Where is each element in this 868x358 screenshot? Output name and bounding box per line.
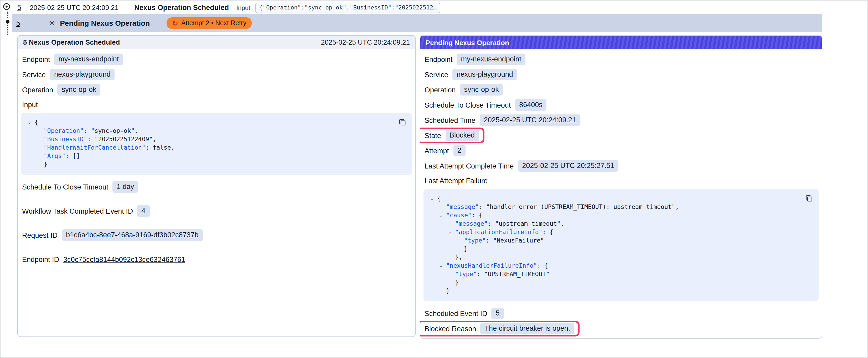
fields-group: Schedule To Close Timeout1 dayWorkflow T… (21, 181, 412, 265)
field-row-workflow-task-completed-event-id: Workflow Task Completed Event ID4 (21, 205, 151, 217)
field-row-last-attempt-complete-time: Last Attempt Complete Time2025-02-25 UTC… (424, 160, 619, 172)
field-row-state: StateBlocked (424, 130, 480, 141)
field-row-endpoint: Endpointmy-nexus-endpoint (21, 54, 124, 65)
field-label: Attempt (425, 147, 449, 155)
field-label: Operation (22, 86, 53, 94)
field-label: Endpoint (22, 55, 50, 63)
scheduled-event-panel: 5 Nexus Operation Scheduled 2025-02-25 U… (17, 35, 415, 337)
field-row-service: Servicenexus-playground (21, 69, 116, 80)
field-row-service: Servicenexus-playground (424, 69, 518, 80)
code-line: "message": "handler error (UPSTREAM_TIME… (430, 203, 800, 211)
retry-icon: ↻ (172, 20, 178, 27)
collapse-chevron-icon[interactable]: ⌄ (439, 262, 443, 269)
field-label: State (425, 131, 441, 139)
collapse-chevron-icon[interactable]: ⌄ (430, 195, 434, 202)
failure-json-viewer: ⌄{"message": "handler error (UPSTREAM_TI… (424, 189, 818, 301)
code-line: ⌄"nexusHandlerFailureInfo": { (430, 261, 800, 270)
copy-icon[interactable] (804, 193, 814, 203)
field-label: Endpoint (425, 55, 453, 63)
field-label: Endpoint ID (22, 255, 59, 263)
pending-panel-header: Pending Nexus Operation (420, 36, 822, 50)
field-row-schedule-to-close-timeout: Schedule To Close Timeout1 day (21, 181, 139, 193)
field-label: Request ID (22, 231, 58, 239)
field-value-badge: 2025-02-25 UTC 20:25:27.51 (518, 160, 618, 172)
event-id-link[interactable]: 5 (17, 4, 21, 11)
field-row-request-id: Request IDb1c6a4bc-8ee7-468a-9169-df3b02… (21, 229, 204, 241)
field-row-schedule-to-close-timeout: Schedule To Close Timeout86400s (424, 99, 548, 111)
code-line: "Args": [] (27, 152, 393, 160)
field-label: Blocked Reason (425, 325, 476, 332)
field-value-badge: Blocked (445, 130, 479, 141)
code-line: "HandlerWaitForCancellation": false, (27, 143, 393, 152)
code-line: } (27, 160, 393, 168)
event-title: Nexus Operation Scheduled (134, 4, 229, 11)
field-value-badge: my-nexus-endpoint (54, 54, 123, 65)
field-row-scheduled-time: Scheduled Time2025-02-25 UTC 20:24:09.21 (424, 115, 581, 126)
field-value-badge: 5 (492, 307, 504, 319)
code-line: ⌄{ (27, 118, 393, 127)
attempt-retry-badge: ↻ Attempt 2 • Next Retry (166, 17, 251, 29)
field-value-badge: 4 (137, 205, 150, 217)
field-label: Last Attempt Complete Time (425, 162, 514, 170)
field-row-scheduled-event-id: Scheduled Event ID5 (424, 307, 505, 319)
timeline-gutter (3, 3, 13, 39)
input-json-viewer: ⌄{"Operation": "sync-op-ok","BusinessID"… (21, 113, 412, 175)
field-row-operation: Operationsync-op-ok (21, 84, 102, 96)
field-label: Service (22, 71, 46, 78)
field-value-badge: 1 day (113, 181, 138, 193)
panel-timestamp: 2025-02-25 UTC 20:24:09.21 (321, 38, 410, 46)
fields-group: Scheduled Event ID5Blocked ReasonThe cir… (424, 307, 818, 334)
field-value-badge: 86400s (515, 99, 547, 111)
field-value-badge: 2 (453, 145, 466, 156)
code-line: ⌄"applicationFailureInfo": { (430, 228, 800, 236)
timeline-connector (7, 11, 8, 19)
pending-operation-title: Pending Nexus Operation (60, 19, 150, 27)
field-row-operation: Operationsync-op-ok (424, 84, 504, 96)
pending-nexus-operation-row[interactable]: 5 ✳ Pending Nexus Operation ↻ Attempt 2 … (12, 14, 822, 32)
field-row-endpoint-id: Endpoint ID3c0c75ccfa8144b092c13ce632463… (21, 254, 186, 265)
event-detail-panels: 5 Nexus Operation Scheduled 2025-02-25 U… (17, 35, 822, 338)
fields-group: Endpointmy-nexus-endpointServicenexus-pl… (21, 54, 412, 96)
code-line: "BusinessID": "20250225122409", (27, 135, 393, 143)
field-value-link[interactable]: 3c0c75ccfa8144b092c13ce632463761 (63, 255, 185, 263)
collapse-chevron-icon[interactable]: ⌄ (27, 119, 32, 126)
code-line: } (430, 287, 800, 295)
workflow-event-history-view: 5 2025-02-25 UTC 20:24:09.21 Nexus Opera… (0, 0, 868, 358)
event-id-link[interactable]: 5 (16, 19, 20, 27)
input-label: Input (236, 4, 250, 11)
field-value-badge: sync-op-ok (460, 84, 503, 96)
code-line: "type": "UPSTREAM_TIMEOUT" (430, 270, 800, 278)
attempt-retry-label: Attempt 2 • Next Retry (181, 20, 246, 27)
field-row-endpoint: Endpointmy-nexus-endpoint (424, 54, 526, 65)
field-value-badge: my-nexus-endpoint (457, 54, 526, 65)
input-section-label: Input (22, 99, 412, 110)
field-label: Service (425, 71, 448, 78)
field-value-badge: nexus-playground (50, 69, 115, 80)
json-lines: ⌄{"Operation": "sync-op-ok","BusinessID"… (27, 118, 393, 168)
field-label: Scheduled Time (425, 116, 475, 124)
input-preview-text: {"Operation":"sync-op-ok","BusinessID":"… (259, 4, 437, 11)
field-row-attempt: Attempt2 (424, 145, 467, 156)
collapse-chevron-icon[interactable]: ⌄ (448, 228, 452, 236)
panel-title: Pending Nexus Operation (426, 39, 509, 46)
collapse-chevron-icon[interactable]: ⌄ (439, 211, 443, 219)
field-label: Schedule To Close Timeout (425, 101, 511, 109)
timeline-node-icon (3, 3, 10, 10)
field-value-badge: b1c6a4bc-8ee7-468a-9169-df3b02c8737b (62, 229, 203, 241)
code-line: } (430, 245, 800, 253)
code-line: "type": "NexusFailure" (430, 236, 800, 245)
input-preview-chip[interactable]: {"Operation":"sync-op-ok","BusinessID":"… (256, 2, 440, 13)
code-line: } (430, 278, 800, 287)
field-label: Operation (425, 86, 456, 94)
field-value-badge: The circuit breaker is open. (480, 323, 575, 334)
event-summary-row[interactable]: 5 2025-02-25 UTC 20:24:09.21 Nexus Opera… (1, 1, 867, 14)
timeline-connector (7, 25, 8, 35)
timeline-bullet-icon (6, 20, 9, 24)
json-lines: ⌄{"message": "handler error (UPSTREAM_TI… (430, 194, 800, 295)
field-value-badge: 2025-02-25 UTC 20:24:09.21 (480, 115, 580, 126)
code-line: "message": "upstream timeout", (430, 220, 800, 228)
pending-panel-body: Endpointmy-nexus-endpointServicenexus-pl… (420, 50, 822, 338)
copy-icon[interactable] (397, 117, 407, 127)
field-label: Schedule To Close Timeout (22, 183, 108, 191)
code-line: ⌄"cause": { (430, 211, 800, 220)
